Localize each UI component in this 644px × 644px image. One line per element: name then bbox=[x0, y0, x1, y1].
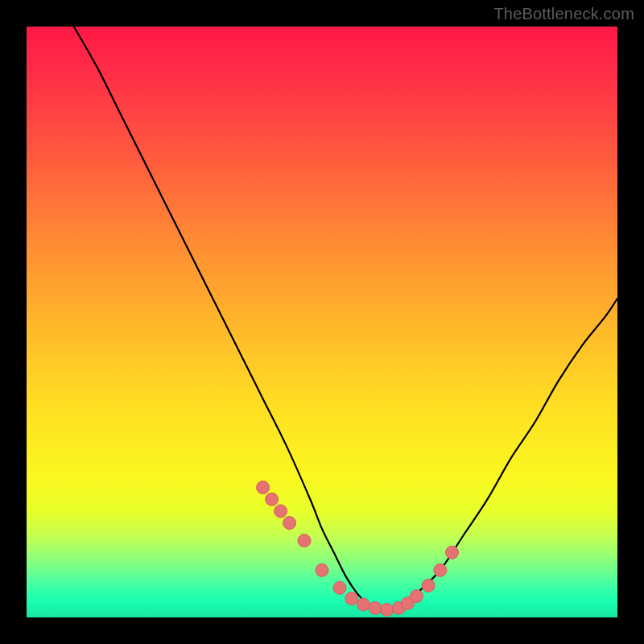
marker-point bbox=[446, 546, 459, 559]
marker-point bbox=[345, 592, 358, 605]
marker-point bbox=[283, 517, 296, 530]
bottleneck-curve bbox=[74, 27, 617, 613]
marker-point bbox=[266, 493, 279, 506]
marker-point bbox=[275, 505, 287, 518]
chart-frame: TheBottleneck.com bbox=[0, 0, 644, 644]
marker-point bbox=[381, 604, 394, 617]
marker-point bbox=[422, 579, 435, 592]
plot-area bbox=[27, 27, 617, 617]
marker-point bbox=[357, 598, 369, 611]
marker-point bbox=[257, 481, 270, 494]
marker-point bbox=[410, 590, 423, 603]
marker-point bbox=[434, 564, 447, 576]
curve-svg bbox=[27, 27, 617, 617]
marker-point bbox=[298, 535, 311, 547]
marker-point bbox=[333, 581, 346, 594]
highlight-markers bbox=[257, 481, 459, 617]
watermark-label: TheBottleneck.com bbox=[493, 5, 634, 23]
marker-point bbox=[316, 564, 328, 576]
marker-point bbox=[369, 601, 382, 614]
